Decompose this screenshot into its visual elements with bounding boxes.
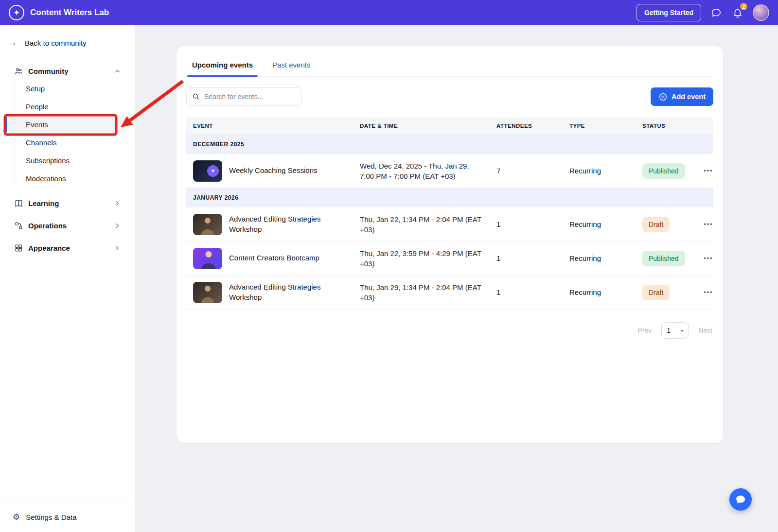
event-type: Recurring bbox=[563, 220, 636, 228]
chat-widget-button[interactable] bbox=[729, 488, 752, 511]
add-event-button[interactable]: Add event bbox=[651, 87, 713, 106]
event-thumbnail bbox=[193, 282, 222, 303]
sidebar-section-learning[interactable]: Learning bbox=[8, 194, 127, 212]
settings-label: Settings & Data bbox=[26, 513, 76, 521]
event-status-cell: Draft bbox=[636, 217, 694, 232]
settings-and-data-link[interactable]: ⚙ Settings & Data bbox=[0, 502, 135, 532]
month-group-header: DECEMBER 2025 bbox=[186, 135, 713, 154]
topbar-brand: ✦ Content Writers Lab bbox=[9, 5, 109, 20]
status-badge: Published bbox=[642, 163, 685, 179]
sidebar-section-label: Learning bbox=[28, 199, 108, 207]
event-actions-cell: ••• bbox=[694, 252, 723, 265]
plus-circle-icon bbox=[658, 92, 668, 102]
events-table: EVENT DATE & TIME ATTENDEES TYPE STATUS … bbox=[186, 117, 713, 309]
tab-past-events[interactable]: Past events bbox=[271, 57, 311, 76]
event-row[interactable]: Advanced Editing Strategies WorkshopThu,… bbox=[186, 207, 713, 241]
chevron-right-icon bbox=[113, 222, 121, 230]
event-cell: Advanced Editing Strategies Workshop bbox=[186, 214, 353, 235]
row-actions-button[interactable]: ••• bbox=[701, 286, 716, 299]
row-actions-button[interactable]: ••• bbox=[701, 164, 716, 177]
events-toolbar: Add event bbox=[186, 87, 713, 106]
sidebar-section-appearance[interactable]: Appearance bbox=[8, 239, 127, 257]
event-cell: Advanced Editing Strategies Workshop bbox=[186, 282, 353, 303]
next-page-button[interactable]: Next bbox=[698, 326, 712, 334]
event-title: Advanced Editing Strategies Workshop bbox=[229, 282, 346, 302]
events-search-input[interactable] bbox=[186, 87, 302, 106]
event-actions-cell: ••• bbox=[694, 218, 723, 231]
sidebar-item-setup[interactable]: Setup bbox=[5, 80, 125, 98]
event-type: Recurring bbox=[563, 288, 636, 296]
event-datetime: Thu, Jan 22, 3:59 PM - 4:29 PM (EAT +03) bbox=[353, 248, 490, 269]
sidebar-section-label: Community bbox=[28, 67, 108, 75]
event-actions-cell: ••• bbox=[694, 286, 723, 299]
event-datetime: Thu, Jan 29, 1:34 PM - 2:04 PM (EAT +03) bbox=[353, 282, 490, 303]
prev-page-button[interactable]: Prev bbox=[637, 326, 652, 334]
gear-icon: ⚙ bbox=[13, 513, 20, 521]
event-row[interactable]: Content Creators BootcampThu, Jan 22, 3:… bbox=[186, 241, 713, 275]
column-header-type: TYPE bbox=[563, 123, 636, 129]
pagination: Prev 1 ▾ Next bbox=[186, 322, 713, 339]
sidebar-section-label: Appearance bbox=[28, 244, 108, 252]
community-subnav: Setup People Events Channels Subscriptio… bbox=[5, 80, 125, 188]
community-people-icon bbox=[14, 66, 23, 76]
chevron-right-icon bbox=[113, 244, 121, 252]
sidebar-item-events[interactable]: Events bbox=[5, 116, 125, 134]
event-type: Recurring bbox=[563, 254, 636, 262]
app-logo-icon[interactable]: ✦ bbox=[9, 5, 24, 20]
event-cell: Content Creators Bootcamp bbox=[186, 248, 353, 269]
book-icon bbox=[14, 199, 23, 208]
event-status-cell: Published bbox=[636, 251, 694, 266]
event-thumbnail-art bbox=[207, 165, 219, 177]
back-to-community-link[interactable]: ← Back to community bbox=[12, 37, 135, 49]
row-actions-button[interactable]: ••• bbox=[701, 252, 716, 265]
event-cell: Weekly Coaching Sessions bbox=[186, 160, 353, 182]
sidebar-item-people[interactable]: People bbox=[5, 98, 125, 116]
tab-upcoming-events[interactable]: Upcoming events bbox=[191, 57, 254, 76]
page-select[interactable]: 1 ▾ bbox=[661, 322, 689, 339]
notification-badge: 2 bbox=[739, 2, 748, 11]
sidebar-item-channels[interactable]: Channels bbox=[5, 134, 125, 152]
getting-started-button[interactable]: Getting Started bbox=[637, 4, 701, 21]
sidebar-section-operations[interactable]: Operations bbox=[8, 217, 127, 235]
status-badge: Draft bbox=[642, 285, 670, 300]
app-title: Content Writers Lab bbox=[30, 8, 109, 17]
event-title: Content Creators Bootcamp bbox=[229, 253, 319, 263]
event-attendees: 7 bbox=[490, 167, 563, 175]
event-row[interactable]: Weekly Coaching SessionsWed, Dec 24, 202… bbox=[186, 154, 713, 188]
column-header-status: STATUS bbox=[636, 123, 694, 129]
status-badge: Draft bbox=[642, 217, 670, 232]
messages-icon[interactable] bbox=[710, 6, 723, 19]
back-arrow-icon: ← bbox=[12, 38, 20, 48]
event-title: Weekly Coaching Sessions bbox=[229, 166, 317, 175]
event-status-cell: Draft bbox=[636, 285, 694, 300]
caret-down-icon: ▾ bbox=[681, 328, 683, 333]
event-status-cell: Published bbox=[636, 163, 694, 179]
topbar: ✦ Content Writers Lab Getting Started 2 bbox=[0, 0, 778, 25]
sidebar: ← Back to community Community Setup Peop… bbox=[0, 25, 135, 532]
event-title: Advanced Editing Strategies Workshop bbox=[229, 214, 346, 234]
status-badge: Published bbox=[642, 251, 685, 266]
sidebar-section-community[interactable]: Community bbox=[8, 62, 127, 80]
events-table-body: DECEMBER 2025Weekly Coaching SessionsWed… bbox=[186, 135, 713, 309]
column-header-datetime: DATE & TIME bbox=[353, 123, 490, 129]
events-panel: Upcoming events Past events Add event bbox=[177, 46, 723, 443]
search-icon bbox=[192, 92, 200, 103]
layout-grid-icon bbox=[14, 243, 23, 253]
chevron-right-icon bbox=[113, 200, 121, 207]
add-event-label: Add event bbox=[672, 93, 706, 101]
column-header-attendees: ATTENDEES bbox=[490, 123, 563, 129]
events-search bbox=[186, 87, 302, 106]
sidebar-item-moderations[interactable]: Moderations bbox=[5, 170, 125, 188]
event-datetime: Wed, Dec 24, 2025 - Thu, Jan 29, 7:00 PM… bbox=[353, 161, 490, 181]
sidebar-item-subscriptions[interactable]: Subscriptions bbox=[5, 152, 125, 170]
topbar-actions: Getting Started 2 bbox=[637, 4, 769, 21]
row-actions-button[interactable]: ••• bbox=[701, 218, 716, 231]
event-datetime: Thu, Jan 22, 1:34 PM - 2:04 PM (EAT +03) bbox=[353, 214, 490, 235]
event-row[interactable]: Advanced Editing Strategies WorkshopThu,… bbox=[186, 275, 713, 309]
events-tabs: Upcoming events Past events bbox=[186, 56, 713, 77]
notifications-bell-icon[interactable]: 2 bbox=[731, 6, 744, 19]
chevron-up-icon bbox=[113, 67, 121, 75]
user-avatar[interactable] bbox=[753, 4, 769, 21]
page-body: ← Back to community Community Setup Peop… bbox=[0, 25, 778, 532]
workflow-icon bbox=[14, 221, 23, 231]
